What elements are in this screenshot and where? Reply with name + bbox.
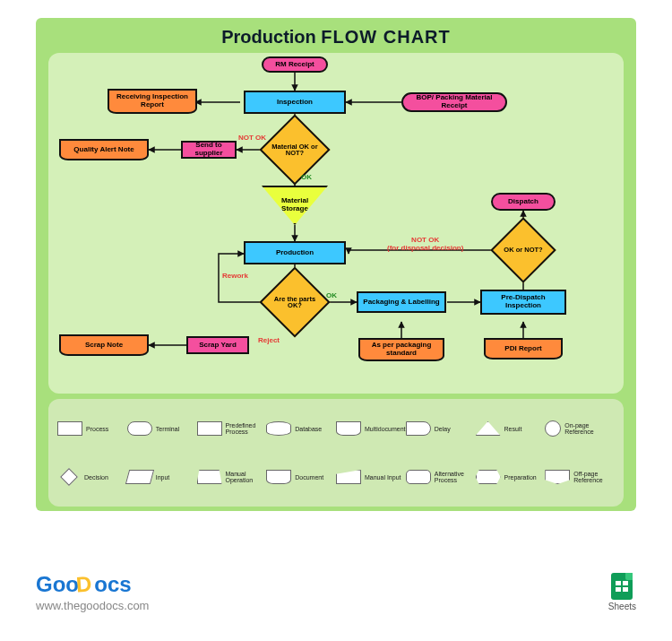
- logo-part-2: D: [75, 571, 92, 597]
- node-bop-receipt: BOP/ Packing Material Receipt: [401, 92, 507, 112]
- legend-item-preparation: Preparation: [476, 470, 546, 484]
- legend-label: Result: [504, 426, 522, 432]
- node-packaging-labelling: Packaging & Labelling: [357, 291, 446, 313]
- legend-item-manual-operation: Manual Operation: [197, 470, 267, 484]
- brand-url[interactable]: www.thegoodocs.com: [36, 599, 149, 612]
- node-ok-or-not-text: OK or NOT?: [500, 227, 547, 273]
- node-parts-ok-text: Are the parts OK?: [270, 277, 320, 327]
- legend-label: Process: [86, 426, 108, 432]
- brand: GooDocs www.thegoodocs.com: [36, 572, 149, 612]
- legend-label: Preparation: [504, 474, 537, 481]
- google-sheets-badge[interactable]: Sheets: [608, 573, 636, 611]
- legend-label: Delay: [435, 426, 451, 432]
- legend-item-result: Result: [476, 421, 546, 436]
- legend-label: Decision: [84, 474, 108, 481]
- legend-panel: Process Terminal Predefined Process Data…: [48, 399, 624, 507]
- legend-item-decision: Decision: [57, 471, 127, 483]
- node-parts-ok-decision: Are the parts OK?: [270, 277, 320, 327]
- node-ok-or-not-decision: OK or NOT?: [500, 227, 547, 273]
- legend-label: Off-page Reference: [573, 471, 615, 483]
- node-dispatch: Dispatch: [491, 193, 556, 211]
- node-inspection: Inspection: [244, 91, 346, 114]
- chart-frame: Production FLOW CHART: [36, 18, 636, 511]
- legend-item-multidocument: Multidocument: [336, 421, 406, 436]
- edge-label-rework: Rework: [222, 272, 248, 280]
- legend-label: Database: [295, 426, 322, 432]
- node-scrap-yard: Scrap Yard: [186, 336, 249, 354]
- legend-item-predefined-process: Predefined Process: [197, 421, 267, 436]
- legend-row-2: Decision Input Manual Operation Document…: [57, 453, 615, 501]
- google-sheets-icon: [611, 573, 633, 600]
- node-material-ok-text: Material OK or NOT?: [270, 125, 320, 175]
- legend-item-alternative-process: Alternative Process: [406, 470, 476, 484]
- logo-part-1: Goo: [36, 572, 79, 596]
- edge-label-ok-2: OK: [326, 291, 337, 299]
- node-scrap-note: Scrap Note: [59, 334, 149, 356]
- flowchart-panel: RM Receipt Inspection BOP/ Packing Mater…: [48, 53, 624, 394]
- legend-item-terminal: Terminal: [127, 421, 197, 436]
- legend-item-document: Document: [266, 470, 336, 484]
- legend-label: On-page Reference: [564, 422, 615, 435]
- sheets-label: Sheets: [608, 602, 636, 611]
- legend-item-database: Database: [266, 421, 336, 436]
- title-part-2: FLOW CHART: [321, 27, 450, 47]
- footer: GooDocs www.thegoodocs.com Sheets: [36, 551, 636, 632]
- legend-label: Manual Input: [365, 474, 401, 481]
- node-production: Production: [244, 241, 346, 264]
- node-packaging-standard: As per packaging standard: [358, 338, 444, 361]
- edge-label-reject: Reject: [258, 336, 280, 344]
- legend-label: Input: [156, 474, 170, 481]
- chart-title: Production FLOW CHART: [43, 27, 629, 48]
- node-receiving-inspection-report: Receiving Inspection Report: [108, 89, 197, 114]
- node-pdi-report: PDI Report: [484, 338, 563, 359]
- title-part-1: Production: [221, 27, 321, 47]
- legend-label: Manual Operation: [226, 471, 267, 483]
- legend-label: Multidocument: [365, 426, 406, 432]
- legend-item-off-page-reference: Off-page Reference: [545, 470, 615, 484]
- legend-item-input: Input: [127, 470, 197, 484]
- node-rm-receipt: RM Receipt: [262, 56, 328, 73]
- legend-item-delay: Delay: [406, 421, 476, 436]
- node-pre-dispatch-inspection: Pre-Dispatch Inspection: [480, 290, 566, 315]
- edge-label-ok-1: OK: [301, 173, 312, 181]
- legend-item-on-page-reference: On-page Reference: [545, 420, 615, 437]
- logo-part-3: ocs: [94, 572, 131, 596]
- legend-label: Predefined Process: [226, 422, 267, 435]
- node-quality-alert-note: Quality Alert Note: [59, 139, 149, 160]
- legend-label: Document: [295, 474, 323, 481]
- edge-label-not-ok-disposal: NOT OK (for disposal decision): [387, 236, 463, 252]
- edge-label-not-ok-1: NOT OK: [238, 134, 266, 142]
- legend-label: Terminal: [156, 426, 179, 432]
- legend-item-process: Process: [57, 421, 127, 436]
- goodocs-logo[interactable]: GooDocs: [36, 572, 149, 597]
- legend-item-manual-input: Manual Input: [336, 470, 406, 484]
- node-material-ok-decision: Material OK or NOT?: [270, 125, 320, 175]
- node-send-to-supplier: Send to supplier: [181, 141, 237, 159]
- legend-label: Alternative Process: [435, 471, 476, 483]
- legend-row-1: Process Terminal Predefined Process Data…: [57, 404, 615, 453]
